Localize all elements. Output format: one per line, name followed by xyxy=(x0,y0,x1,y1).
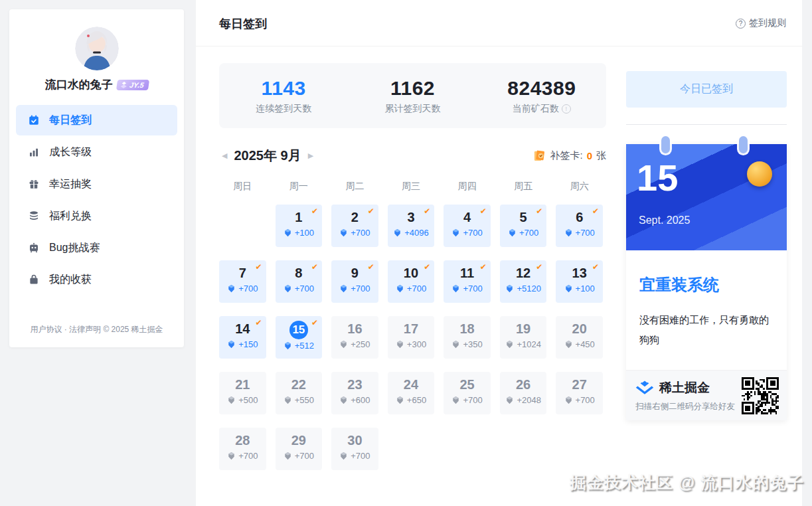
ore-icon xyxy=(451,396,460,404)
next-month-arrow[interactable]: ▶ xyxy=(305,149,316,163)
signin-stats: 1143 连续签到天数 1162 累计签到天数 824389 当前矿石数! xyxy=(219,63,606,128)
calendar-day-12[interactable]: ✔ 12 +5120 xyxy=(500,260,547,303)
check-icon: ✔ xyxy=(256,318,262,327)
day-reward: +700 xyxy=(331,451,378,461)
calendar-day-23[interactable]: 23 +600 xyxy=(331,372,378,414)
stat-value: 1162 xyxy=(348,77,477,100)
growth-level-icon xyxy=(28,146,40,158)
main-panel: 每日签到 ? 签到规则 1143 连续签到天数 1162 累计签到天数 8243… xyxy=(196,0,802,506)
ore-icon xyxy=(284,228,292,237)
sidebar-footer: 用户协议 · 法律声明 © 2025 稀土掘金 xyxy=(9,324,184,335)
day-reward: +700 xyxy=(331,228,378,238)
calendar-day-2[interactable]: ✔ 2 +700 xyxy=(331,205,378,247)
calendar-day-28[interactable]: 28 +700 xyxy=(219,428,266,470)
card-date: Sept. 2025 xyxy=(639,214,690,226)
calendar-day-6[interactable]: ✔ 6 +700 xyxy=(556,205,603,247)
day-number: 27 xyxy=(556,376,603,394)
day-reward: +450 xyxy=(556,339,603,349)
ore-icon xyxy=(284,284,292,293)
sidebar-item-welfare-exchange[interactable]: 福利兑换 xyxy=(16,201,177,231)
day-number: 20 xyxy=(556,320,603,338)
calendar-day-10[interactable]: ✔ 10 +700 xyxy=(388,260,435,303)
calendar-day-20[interactable]: 20 +450 xyxy=(556,316,603,359)
card-day: 15 xyxy=(637,156,678,199)
calendar-day-27[interactable]: 27 +700 xyxy=(556,372,603,414)
calendar-day-26[interactable]: 26 +2048 xyxy=(500,372,547,414)
day-reward: +700 xyxy=(219,451,266,461)
calendar-day-4[interactable]: ✔ 4 +700 xyxy=(444,205,491,247)
day-reward: +300 xyxy=(388,339,435,349)
calendar-day-21[interactable]: 21 +500 xyxy=(219,372,266,414)
calendar-day-24[interactable]: 24 +650 xyxy=(388,372,435,414)
sidebar-item-daily-signin[interactable]: 每日签到 xyxy=(16,105,177,135)
weekday-label: 周日 xyxy=(219,181,266,193)
day-reward: +5120 xyxy=(500,284,547,294)
weekday-label: 周五 xyxy=(500,181,547,193)
day-reward: +700 xyxy=(331,284,378,294)
ore-icon xyxy=(227,284,236,293)
date-card-body: 宜重装系统 没有困难的工作，只有勇敢的狗狗 xyxy=(626,250,787,370)
day-reward: +600 xyxy=(331,395,378,405)
stat-label: 连续签到天数 xyxy=(219,103,348,115)
ore-icon xyxy=(451,284,460,293)
brand-name: 稀土掘金 xyxy=(659,379,710,396)
day-reward: +4096 xyxy=(388,228,435,238)
daily-date-card: 15 Sept. 2025 宜重装系统 没有困难的工作，只有勇敢的狗狗 稀土掘金… xyxy=(626,144,787,420)
sidebar-item-bug-challenge[interactable]: Bug挑战赛 xyxy=(16,232,177,263)
calendar-day-13[interactable]: ✔ 13 +100 xyxy=(556,260,603,303)
day-reward: +700 xyxy=(556,395,603,405)
calendar-day-29[interactable]: 29 +700 xyxy=(276,428,323,470)
sidebar: 流口水的兔子 JY.5 每日签到 成长等级 幸运抽奖 福利兑换 Bug挑战赛 xyxy=(9,9,184,347)
day-reward: +550 xyxy=(276,395,323,405)
calendar-day-11[interactable]: ✔ 11 +700 xyxy=(444,260,491,303)
calendar-day-15[interactable]: ✔ 15 +512 xyxy=(276,316,323,359)
calendar-day-19[interactable]: 19 +1024 xyxy=(500,316,547,359)
calendar-day-17[interactable]: 17 +300 xyxy=(388,316,435,359)
sidebar-item-label: 我的收获 xyxy=(49,273,92,287)
calendar-day-25[interactable]: 25 +700 xyxy=(444,372,491,414)
day-number: 24 xyxy=(388,376,435,394)
avatar[interactable] xyxy=(75,27,119,70)
calendar-day-30[interactable]: 30 +700 xyxy=(331,428,378,470)
calendar-day-7[interactable]: ✔ 7 +700 xyxy=(219,260,266,303)
ore-icon xyxy=(284,396,292,404)
sidebar-item-label: 福利兑换 xyxy=(49,209,92,223)
info-icon[interactable]: ! xyxy=(562,104,571,114)
card-quote: 没有困难的工作，只有勇敢的狗狗 xyxy=(639,310,773,350)
calendar-day-14[interactable]: ✔ 14 +150 xyxy=(219,316,266,359)
day-reward: +700 xyxy=(444,284,491,294)
weekday-label: 周一 xyxy=(276,181,323,193)
stat-label: 当前矿石数! xyxy=(477,103,606,115)
calendar-day-16[interactable]: 16 +250 xyxy=(331,316,378,359)
signin-rules-link[interactable]: ? 签到规则 xyxy=(736,17,786,29)
calendar-day-3[interactable]: ✔ 3 +4096 xyxy=(388,205,435,247)
signin-button[interactable]: 今日已签到 xyxy=(626,71,787,108)
signin-calendar: ✔ 1 +100 ✔ 2 +700 ✔ 3 +4096 ✔ 4 +700 ✔ 5… xyxy=(219,205,603,470)
sidebar-item-my-harvest[interactable]: 我的收获 xyxy=(16,264,177,295)
stat-block: 1143 连续签到天数 xyxy=(219,77,348,115)
calendar-day-5[interactable]: ✔ 5 +700 xyxy=(500,205,547,247)
welfare-exchange-icon xyxy=(28,210,40,222)
divider xyxy=(626,124,787,125)
stat-value: 1143 xyxy=(219,77,348,100)
ore-icon xyxy=(564,284,573,293)
calendar-day-18[interactable]: 18 +350 xyxy=(444,316,491,359)
calendar-day-1[interactable]: ✔ 1 +100 xyxy=(276,205,323,247)
calendar-day-9[interactable]: ✔ 9 +700 xyxy=(331,260,378,303)
empty-day xyxy=(219,205,266,247)
check-icon: ✔ xyxy=(368,262,374,272)
calendar-day-22[interactable]: 22 +550 xyxy=(276,372,323,414)
day-reward: +2048 xyxy=(500,395,547,405)
ore-icon xyxy=(396,396,404,404)
sidebar-item-label: Bug挑战赛 xyxy=(49,241,100,255)
page-title: 每日签到 xyxy=(219,16,267,32)
sidebar-item-lucky-draw[interactable]: 幸运抽奖 xyxy=(16,169,177,199)
day-number: 26 xyxy=(500,376,547,394)
sidebar-item-label: 幸运抽奖 xyxy=(49,177,92,191)
weekday-label: 周三 xyxy=(388,181,435,193)
sidebar-item-growth-level[interactable]: 成长等级 xyxy=(16,137,177,167)
golden-ball-icon xyxy=(747,161,772,187)
prev-month-arrow[interactable]: ◀ xyxy=(219,149,230,163)
day-reward: +700 xyxy=(556,228,603,238)
calendar-day-8[interactable]: ✔ 8 +700 xyxy=(276,260,323,303)
